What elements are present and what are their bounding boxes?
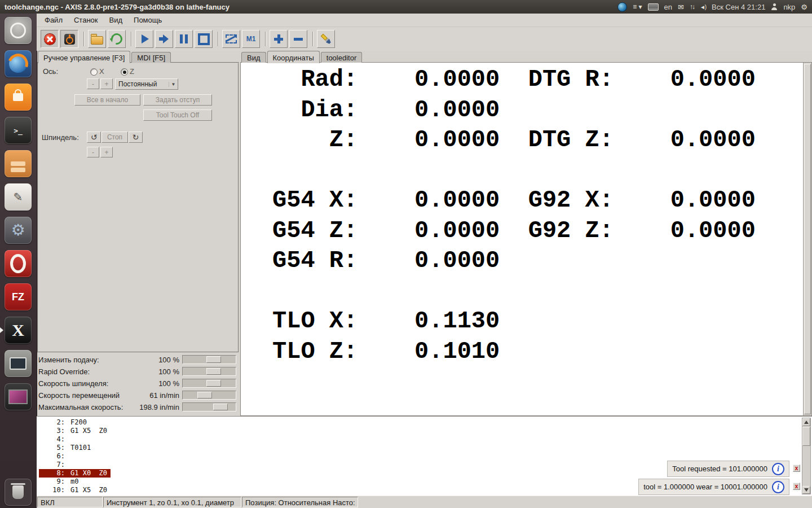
terminal-launcher[interactable]: >_ [5, 117, 32, 144]
firefox-launcher[interactable] [5, 50, 32, 77]
max-velocity-slider[interactable] [182, 402, 236, 411]
radio-axis-z-label[interactable]: Z [130, 67, 134, 76]
radio-axis-z[interactable] [121, 68, 128, 76]
jog-mode-dropdown[interactable]: Постоянный ▼ [115, 78, 178, 90]
zoom-in-button[interactable] [270, 30, 288, 48]
clear-plot-button[interactable] [317, 30, 335, 48]
clock[interactable]: Вск Сен 4 21:21 [712, 3, 765, 11]
gcode-line[interactable]: 4: [39, 435, 812, 444]
jog-speed-label: Скорость перемещений [38, 391, 120, 400]
chevron-down-icon: ▼ [169, 82, 178, 87]
ubuntu-one-icon[interactable] [617, 2, 627, 12]
text-editor-launcher[interactable]: ✎ [5, 183, 32, 211]
software-center-launcher[interactable] [5, 84, 32, 111]
estop-button[interactable] [41, 30, 59, 48]
scroll-down-arrow[interactable] [802, 486, 810, 494]
skip-lines-toggle[interactable] [222, 30, 240, 48]
tab-coordinates[interactable]: Координаты [267, 51, 320, 63]
trash-launcher[interactable] [5, 479, 32, 506]
menu-file[interactable]: Файл [39, 14, 68, 26]
tab-tooleditor[interactable]: tooleditor [321, 52, 362, 63]
optional-stop-toggle[interactable]: M1 [242, 30, 260, 48]
volume-icon[interactable]: ◄) [700, 4, 706, 10]
slider-handle[interactable] [206, 368, 221, 375]
radio-axis-x-label[interactable]: X [99, 67, 104, 76]
dro-line: Z: 0.0000 DTG Z: 0.0000 [272, 125, 756, 156]
tool-touch-off-button[interactable]: Tool Touch Off [143, 110, 212, 121]
gcode-line[interactable]: 3:G1 X5 Z0 [39, 427, 812, 435]
spindle-ccw-button[interactable]: ↺ [87, 132, 101, 143]
jog-minus-button[interactable]: - [87, 78, 99, 89]
username[interactable]: nkp [783, 3, 795, 11]
jog-plus-button[interactable]: + [100, 78, 113, 89]
slider-handle[interactable] [213, 404, 228, 410]
reload-icon [109, 31, 125, 47]
gcode-scrollbar[interactable] [802, 418, 811, 494]
firefox-icon [9, 55, 27, 73]
menu-help[interactable]: Помощь [128, 14, 167, 26]
session-menu-icon[interactable]: ≡ ▾ [633, 3, 642, 11]
notification-close-button[interactable]: x [793, 465, 800, 472]
gcode-line[interactable]: 5:T0101 [39, 444, 812, 452]
gcode-line[interactable]: 6: [39, 452, 812, 461]
reload-button[interactable] [108, 30, 126, 48]
mail-icon[interactable]: ✉ [678, 3, 684, 11]
filezilla-launcher[interactable]: FZ [5, 283, 32, 310]
trash-icon [12, 485, 24, 499]
slider-handle[interactable] [206, 380, 221, 387]
menu-machine[interactable]: Станок [68, 14, 104, 26]
terminal-small-launcher[interactable] [5, 350, 32, 377]
zoom-out-button[interactable] [289, 30, 307, 48]
dro-scrollbar[interactable] [803, 63, 811, 415]
jog-speed-slider[interactable] [182, 391, 236, 400]
session-gear-icon[interactable]: ⚙ [801, 3, 807, 11]
sync-arrows-icon[interactable]: ↑↓ [690, 3, 694, 11]
scrollbar-thumb[interactable] [804, 64, 811, 414]
right-tabbar: Вид Координаты tooleditor [241, 51, 363, 63]
radio-axis-x[interactable] [90, 68, 98, 76]
spindle-cw-button[interactable]: ↻ [129, 132, 143, 143]
pause-button[interactable] [175, 30, 193, 48]
slider-handle[interactable] [197, 392, 212, 398]
stop-button[interactable] [195, 30, 213, 48]
manual-control-panel: Ось: X Z - + Постоянный ▼ Все в начало З… [37, 62, 239, 353]
toolbar: M1 [37, 27, 812, 51]
file-manager-launcher[interactable] [5, 150, 32, 177]
tab-manual-control[interactable]: Ручное управление [F3] [38, 51, 130, 63]
open-file-button[interactable] [88, 30, 106, 48]
skip-lines-icon [226, 34, 237, 43]
notification-close-button[interactable]: x [793, 483, 800, 490]
folder-icon [91, 36, 103, 45]
spindle-minus-button[interactable]: - [87, 147, 99, 157]
spindle-stop-button[interactable]: Стоп [102, 132, 128, 143]
gcode-line[interactable]: 2:F200 [39, 418, 812, 427]
rapid-override-label: Rapid Override: [38, 367, 90, 376]
touch-off-button[interactable]: Задать отступ [143, 94, 212, 106]
desktop: toolchange.ngc - AXIS 2.8.0-pre1-2579-ga… [0, 0, 812, 508]
spindle-override-slider[interactable] [182, 379, 236, 388]
machine-power-button[interactable] [60, 30, 78, 48]
slider-handle[interactable] [206, 356, 221, 363]
opera-launcher[interactable] [5, 250, 32, 277]
tab-mdi[interactable]: MDI [F5] [131, 52, 171, 63]
home-all-button[interactable]: Все в начало [74, 94, 140, 106]
system-settings-launcher[interactable]: ⚙ [5, 217, 32, 244]
dash-home-button[interactable] [5, 17, 32, 44]
run-button[interactable] [135, 30, 153, 48]
toolbar-separator [131, 32, 132, 46]
rapid-override-value: 100 % [121, 367, 179, 376]
feed-override-label: Изменить подачу: [38, 356, 99, 364]
stop-icon [198, 33, 210, 45]
tab-preview[interactable]: Вид [241, 52, 266, 63]
scrollbar-thumb[interactable] [802, 427, 810, 446]
scroll-up-arrow[interactable] [802, 418, 810, 426]
spindle-plus-button[interactable]: + [100, 147, 113, 157]
feed-override-slider[interactable] [182, 355, 236, 364]
x-app-launcher[interactable]: X [5, 317, 32, 344]
software-center-icon [13, 93, 23, 101]
run-from-line-button[interactable] [155, 30, 173, 48]
menu-view[interactable]: Вид [104, 14, 129, 26]
keyboard-layout[interactable]: en [664, 3, 672, 11]
image-viewer-launcher[interactable] [5, 383, 32, 410]
rapid-override-slider[interactable] [182, 367, 236, 376]
